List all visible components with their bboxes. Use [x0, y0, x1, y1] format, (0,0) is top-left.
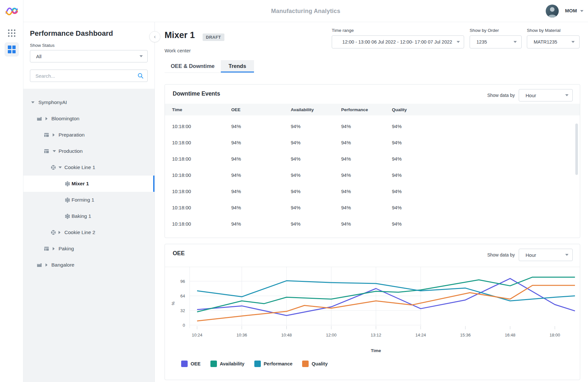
chart-text: 0	[183, 323, 185, 328]
downtime-card-title: Downtime Events	[173, 90, 220, 97]
table-cell: 94%	[392, 124, 580, 129]
caret-right-icon[interactable]	[59, 231, 60, 234]
table-cell: 94%	[291, 156, 341, 162]
table-row[interactable]: 10:18:0094%94%94%94%	[165, 199, 580, 216]
show-data-by-label: Show data by	[487, 93, 515, 98]
show-status-select[interactable]: All	[30, 50, 148, 62]
table-cell: 94%	[341, 221, 392, 227]
tab-trends[interactable]: Trends	[221, 60, 254, 72]
downtime-interval-select[interactable]: Hour	[519, 89, 573, 101]
tree-item-cookie-line-1[interactable]: Cookie Line 1	[23, 159, 154, 176]
tree-item-forming-1[interactable]: Forming 1	[23, 192, 154, 208]
chart-text: 96	[180, 279, 185, 284]
line-icon	[50, 165, 56, 170]
table-cell: 94%	[392, 205, 580, 210]
tree-item-preparation[interactable]: Preparation	[23, 127, 154, 143]
tree-item-bloomington[interactable]: Bloomington	[23, 111, 154, 127]
chevron-down-icon	[565, 94, 568, 96]
user-menu-caret-icon[interactable]	[580, 10, 583, 12]
chart-svg: 032649610:2410:3610:4812:0013:1214:2415:…	[165, 262, 580, 360]
tab-bar: OEE & Downtime Trends	[165, 60, 254, 73]
column-header-oee: OEE	[231, 107, 291, 112]
app-grid-icon[interactable]	[7, 29, 16, 38]
tree-item-cookie-line-2[interactable]: Cookie Line 2	[23, 224, 154, 241]
table-cell: 94%	[341, 156, 392, 162]
tree-item-label: Production	[59, 148, 83, 154]
table-cell: 10:18:00	[172, 140, 231, 145]
legend-item-performance[interactable]: Performance	[254, 361, 293, 367]
user-avatar[interactable]	[546, 5, 559, 18]
column-header-availability: Availability	[291, 107, 341, 112]
caret-down-icon[interactable]	[31, 101, 34, 103]
time-range-select[interactable]: 12:00 - 13:00 06 Jul 2022 - 12:00- 17:00…	[332, 35, 464, 48]
legend-item-oee[interactable]: OEE	[181, 361, 201, 367]
sidebar-collapse-button[interactable]: ‹	[149, 31, 160, 42]
table-cell: 94%	[231, 156, 291, 162]
show-by-order-select[interactable]: 1235	[470, 35, 522, 48]
caret-down-icon[interactable]	[59, 166, 62, 168]
time-range-label: Time range	[332, 28, 354, 33]
factory-icon	[36, 116, 42, 122]
table-cell: 94%	[341, 205, 392, 210]
table-row[interactable]: 10:18:0094%94%94%94%	[165, 118, 580, 134]
table-row[interactable]: 10:18:0094%94%94%94%	[165, 232, 580, 237]
series-line-oee	[197, 279, 575, 316]
table-cell: 94%	[341, 140, 392, 145]
table-row[interactable]: 10:18:0094%94%94%94%	[165, 134, 580, 151]
show-status-value: All	[36, 54, 140, 59]
brand-wave-logo	[5, 5, 19, 18]
table-cell: 94%	[341, 124, 392, 129]
table-row[interactable]: 10:18:0094%94%94%94%	[165, 167, 580, 183]
chart-text: Time	[371, 348, 381, 353]
tree-item-production[interactable]: Production	[23, 143, 154, 159]
caret-right-icon[interactable]	[46, 117, 47, 120]
tab-oee-downtime[interactable]: OEE & Downtime	[165, 60, 221, 72]
tree-item-bangalore[interactable]: Bangalore	[23, 257, 154, 273]
table-cell: 94%	[291, 124, 341, 129]
tree-item-paking[interactable]: Paking	[23, 241, 154, 257]
caret-right-icon[interactable]	[53, 133, 55, 137]
column-header-quality: Quality	[392, 107, 580, 112]
sidebar-search	[30, 70, 148, 82]
chart-text: 10:36	[236, 333, 247, 337]
table-scrollbar[interactable]	[575, 124, 578, 175]
time-range-value: 12:00 - 13:00 06 Jul 2022 - 12:00- 17:00…	[338, 39, 457, 45]
table-cell: 94%	[392, 172, 580, 178]
chevron-down-icon	[514, 41, 517, 43]
table-body: 10:18:0094%94%94%94%10:18:0094%94%94%94%…	[165, 115, 580, 237]
table-cell: 94%	[291, 172, 341, 178]
table-row[interactable]: 10:18:0094%94%94%94%	[165, 183, 580, 199]
show-by-material-select[interactable]: MATR1235	[527, 35, 580, 48]
caret-right-icon[interactable]	[53, 247, 55, 250]
area-icon	[44, 246, 49, 252]
tree-item-symphonyai[interactable]: SymphonyAI	[23, 94, 154, 111]
legend-item-quality[interactable]: Quality	[302, 361, 327, 367]
search-input[interactable]	[30, 70, 148, 82]
caret-down-icon[interactable]	[53, 150, 56, 152]
table-cell: 10:18:00	[172, 237, 231, 238]
dashboard-icon[interactable]	[5, 42, 19, 57]
tree-item-label: Cookie Line 2	[64, 230, 95, 235]
show-by-material-label: Show by Material	[527, 28, 561, 33]
legend-item-availability[interactable]: Availability	[210, 361, 245, 367]
asset-icon	[64, 197, 70, 203]
area-icon	[44, 148, 49, 154]
table-cell: 10:18:00	[172, 124, 231, 129]
table-cell: 94%	[231, 221, 291, 227]
tree-item-label: Paking	[59, 246, 74, 252]
legend-label: OEE	[191, 361, 201, 366]
icon-rail	[0, 0, 23, 382]
chart-text: 32	[180, 308, 185, 313]
search-icon[interactable]	[137, 72, 144, 79]
table-cell: 94%	[392, 189, 580, 194]
tree-item-baking-1[interactable]: Baking 1	[23, 208, 154, 224]
downtime-card-header: Downtime Events Show data by Hour	[165, 85, 580, 103]
table-row[interactable]: 10:18:0094%94%94%94%	[165, 216, 580, 232]
oee-interval-select[interactable]: Hour	[519, 249, 573, 261]
caret-right-icon[interactable]	[46, 263, 47, 267]
legend-swatch-icon	[181, 361, 188, 367]
tree-item-mixer-1[interactable]: Mixer 1	[23, 176, 154, 192]
tree-item-label: Forming 1	[72, 197, 94, 203]
table-row[interactable]: 10:18:0094%94%94%94%	[165, 151, 580, 167]
user-menu-label[interactable]: MOM	[565, 8, 577, 13]
